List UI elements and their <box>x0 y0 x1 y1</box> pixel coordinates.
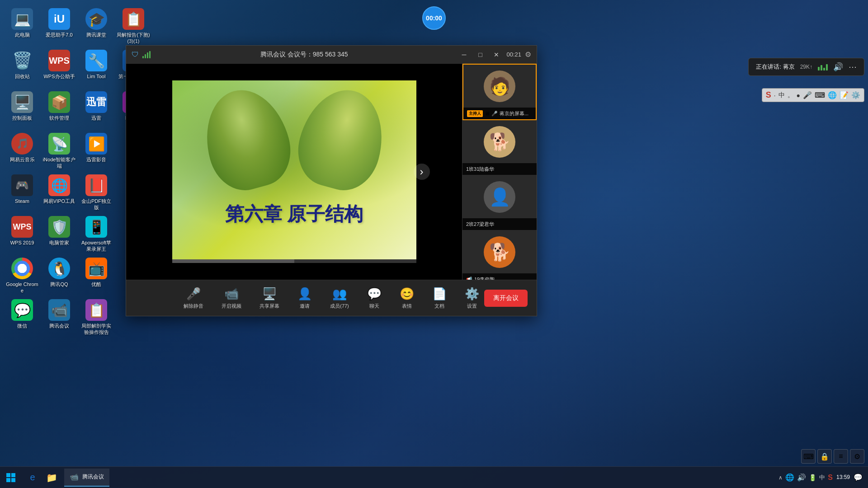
svg-rect-3 <box>11 478 15 482</box>
desktop-icon-computer[interactable]: 💻 此电脑 <box>4 4 41 45</box>
ime-zh-label[interactable]: 中 <box>778 91 785 99</box>
desktop-icon-jinshan-pdf[interactable]: 📕 金山PDF独立版 <box>78 170 115 211</box>
desktop-icon-xunlei[interactable]: 迅雷 迅雷 <box>78 87 115 128</box>
taskbar-app-meeting[interactable]: 📹 腾讯会议 <box>64 469 109 487</box>
members-label: 成员(77) <box>330 303 349 310</box>
desktop-icon-apowersoft[interactable]: 📱 Apowersoft苹果录屏王 <box>78 211 115 253</box>
emoji-button[interactable]: 😊 表情 <box>396 284 418 312</box>
corner-settings-icon[interactable]: ⚙ <box>850 449 864 464</box>
tray-speaker-icon[interactable]: 🔊 <box>797 473 806 482</box>
desktop-icon-wps2019[interactable]: WPS WPS 2019 <box>4 211 41 253</box>
docs-button[interactable]: 📄 文档 <box>429 284 450 312</box>
close-button[interactable]: ✕ <box>490 50 503 60</box>
start-button[interactable] <box>0 467 22 488</box>
participant-avatar-1: 🐕 <box>462 120 537 163</box>
desktop-icon-wechat[interactable]: 💬 微信 <box>4 295 41 336</box>
members-icon: 👥 <box>332 287 347 301</box>
desktop-icon-txkt[interactable]: 🎓 腾讯课堂 <box>78 4 115 45</box>
avatar-img-host: 🧑 <box>484 70 515 102</box>
tray-notification-icon[interactable]: 💬 <box>854 473 863 482</box>
ime-s-icon[interactable]: S <box>766 90 771 100</box>
corner-system-icons: ⌨ 🔒 ≡ ⚙ <box>801 449 864 464</box>
avatar-img-2: 👤 <box>484 181 515 213</box>
desktop-icon-inode[interactable]: 📡 iNode智能客户端 <box>41 128 78 170</box>
ime-globe-icon[interactable]: 🌐 <box>828 91 837 99</box>
meeting-content: 第六章 原子结构 › 🧑 <box>126 64 537 280</box>
meeting-window: 🛡 腾讯会议 会议号：985 563 345 ─ □ ✕ 00:21 ⚙ <box>126 45 537 316</box>
chat-button[interactable]: 💬 聊天 <box>363 284 385 312</box>
participant-name-bar-2: 2班27梁君华 <box>462 218 537 230</box>
ime-doc-icon[interactable]: 📝 <box>840 91 849 99</box>
ime-keyboard-icon[interactable]: ⌨ <box>815 91 825 99</box>
taskbar-ie-icon[interactable]: e <box>24 469 42 487</box>
ime-period[interactable]: 。 <box>788 91 794 99</box>
desktop-icon-aisi[interactable]: iU 爱思助手7.0 <box>41 4 78 45</box>
window-left-icons: 🛡 <box>132 51 151 59</box>
tray-battery-icon[interactable]: 🔋 <box>809 474 816 481</box>
minimize-button[interactable]: ─ <box>458 50 470 60</box>
desktop-icon-control-panel[interactable]: 🖥️ 控制面板 <box>4 87 41 128</box>
desktop-icon-xunlei-video[interactable]: ▶️ 迅雷影音 <box>78 128 115 170</box>
desktop-icon-wps-assist[interactable]: WPS WPS办公助手 <box>41 45 78 87</box>
more-icon[interactable]: ⋯ <box>849 62 857 72</box>
meeting-shield-icon: 🛡 <box>132 51 139 59</box>
ime-gear-icon[interactable]: ⚙️ <box>851 91 860 99</box>
meeting-bottom-bar: 🎤 解除静音 📹 开启视频 🖥️ 共享屏幕 👤 邀请 👥 成员(77) 💬 <box>126 280 537 316</box>
desktop-icon-trash[interactable]: 🗑️ 回收站 <box>4 45 41 87</box>
speed-bar-chart <box>818 63 828 70</box>
next-slide-arrow[interactable]: › <box>414 164 430 180</box>
corner-keyboard-icon[interactable]: ⌨ <box>801 449 816 464</box>
taskbar-file-icon[interactable]: 📁 <box>42 469 61 487</box>
desktop-icon-anatomy[interactable]: 📋 局部解剖学实验操作报告 <box>78 295 115 336</box>
notification-text: 正在讲话: 蒋京 <box>756 63 794 71</box>
svg-rect-1 <box>11 473 15 477</box>
taskbar-right: ∧ 🌐 🔊 🔋 中 S 13:59 💬 <box>778 473 868 482</box>
corner-list-icon[interactable]: ≡ <box>834 449 848 464</box>
tray-input-method[interactable]: 中 <box>819 474 825 482</box>
desktop-icon-youku[interactable]: 📺 优酷 <box>78 253 115 295</box>
slide-progress-bar <box>172 259 294 263</box>
desktop-icon-software-mgr[interactable]: 📦 软件管理 <box>41 87 78 128</box>
mute-button[interactable]: 🎤 解除静音 <box>180 284 207 312</box>
mute-icon: 🎤 <box>186 287 201 301</box>
leave-meeting-button[interactable]: 离开会议 <box>484 290 528 307</box>
emoji-icon: 😊 <box>400 287 414 301</box>
settings-icon[interactable]: ⚙ <box>525 50 531 59</box>
desktop-icon-report1[interactable]: 📋 局解报告(下胞)(3)(1) <box>115 4 152 45</box>
volume-icon[interactable]: 🔊 <box>833 62 843 72</box>
share-screen-button[interactable]: 🖥️ 共享屏幕 <box>256 284 283 312</box>
participant-card-1: 🐕 1班31陆淼华 <box>462 120 537 175</box>
presentation-area: 第六章 原子结构 › <box>126 64 462 280</box>
taskbar-tray-icons: e 📁 <box>22 469 62 487</box>
tray-chevron[interactable]: ∧ <box>778 474 783 481</box>
mute-label: 解除静音 <box>184 303 203 310</box>
invite-button[interactable]: 👤 邀请 <box>294 284 316 312</box>
slide-content: 第六章 原子结构 <box>172 80 416 263</box>
corner-lock-icon[interactable]: 🔒 <box>817 449 832 464</box>
leaf-right <box>289 80 394 197</box>
avatar-img-1: 🐕 <box>484 126 515 158</box>
desktop-icon-steam[interactable]: 🎮 Steam <box>4 170 41 211</box>
leaf-decoration <box>172 80 416 263</box>
ime-mic-icon[interactable]: 🎤 <box>803 91 812 99</box>
svg-rect-0 <box>6 473 10 477</box>
tray-sougou-icon[interactable]: S <box>828 474 833 482</box>
maximize-button[interactable]: □ <box>474 50 486 60</box>
desktop-icon-qq[interactable]: 🐧 腾讯QQ <box>41 253 78 295</box>
ime-dot-icon[interactable]: · <box>774 92 776 99</box>
desktop-icon-netease-music[interactable]: 🎵 网易云音乐 <box>4 128 41 170</box>
desktop-icon-limtool[interactable]: 🔧 Lim Tool <box>78 45 115 87</box>
desktop-icon-netease-vip[interactable]: 🌐 网易VIPO工具 <box>41 170 78 211</box>
settings-button[interactable]: ⚙️ 设置 <box>461 284 483 312</box>
taskbar-clock[interactable]: 13:59 <box>836 474 850 481</box>
meeting-time: 00:21 <box>506 51 521 58</box>
ime-bullet[interactable]: ● <box>797 92 800 99</box>
members-button[interactable]: 👥 成员(77) <box>326 284 353 312</box>
chat-label: 聊天 <box>369 303 379 310</box>
notification-speed: 29K↑ <box>800 64 812 70</box>
video-button[interactable]: 📹 开启视频 <box>218 284 245 312</box>
tray-network-icon[interactable]: 🌐 <box>785 473 794 482</box>
desktop-icon-txhy[interactable]: 📹 腾讯会议 <box>41 295 78 336</box>
desktop-icon-pc-mgr[interactable]: 🛡️ 电脑管家 <box>41 211 78 253</box>
desktop-icon-chrome[interactable]: Google Chrome <box>4 253 41 295</box>
